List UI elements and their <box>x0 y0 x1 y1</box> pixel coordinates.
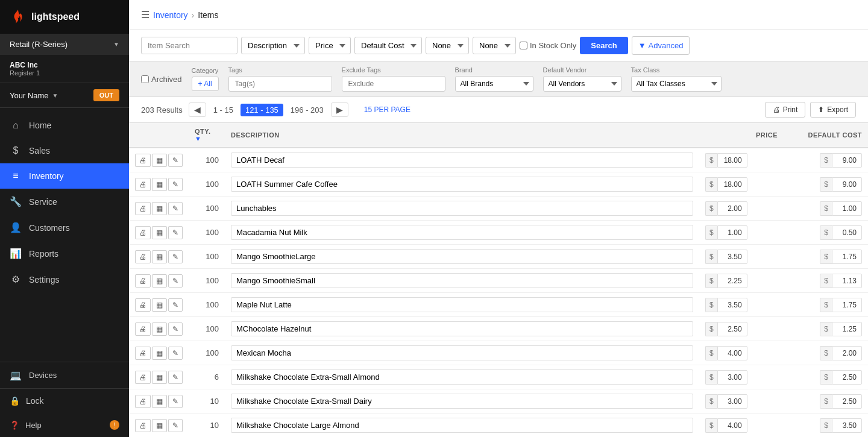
sidebar-item-reports[interactable]: 📊 Reports <box>0 241 129 266</box>
row-edit-btn-0[interactable]: ✎ <box>168 154 183 167</box>
page-1-15[interactable]: 1 - 15 <box>209 104 238 116</box>
row-desc-input-6[interactable] <box>231 297 693 312</box>
row-barcode-btn-0[interactable]: ▦ <box>152 154 167 167</box>
sidebar-item-home[interactable]: ⌂ Home <box>0 113 129 138</box>
store-selector[interactable]: Retail (R-Series) ▼ <box>0 34 129 55</box>
sidebar-item-inventory[interactable]: ≡ Inventory <box>0 163 129 189</box>
row-qty-4: 100 <box>189 245 225 269</box>
per-page-label[interactable]: 15 PER PAGE <box>364 105 410 114</box>
row-edit-btn-11[interactable]: ✎ <box>168 419 183 432</box>
topbar: ☰ Inventory › Items <box>129 0 868 30</box>
row-desc-input-1[interactable] <box>231 177 693 192</box>
sidebar-item-settings[interactable]: ⚙ Settings <box>0 266 129 292</box>
row-desc-input-7[interactable] <box>231 321 693 336</box>
help-item[interactable]: ❓ Help ! <box>0 413 129 437</box>
col-header-qty[interactable]: QTY. ▼ <box>189 123 225 148</box>
row-print-btn-6[interactable]: 🖨 <box>135 298 151 312</box>
vendor-label: Default Vendor <box>543 66 621 74</box>
row-desc-input-10[interactable] <box>231 394 693 409</box>
sidebar-item-service[interactable]: 🔧 Service <box>0 189 129 215</box>
row-price-3: $ 1.00 <box>699 221 784 245</box>
item-search-input[interactable] <box>141 37 237 54</box>
row-print-btn-0[interactable]: 🖨 <box>135 154 151 167</box>
advanced-button[interactable]: ▼ Advanced <box>632 36 690 55</box>
row-print-btn-10[interactable]: 🖨 <box>135 395 151 408</box>
row-edit-btn-5[interactable]: ✎ <box>168 274 183 288</box>
row-barcode-btn-6[interactable]: ▦ <box>152 298 167 312</box>
page-121-135[interactable]: 121 - 135 <box>241 104 283 116</box>
none2-select[interactable]: None <box>473 37 516 54</box>
out-button[interactable]: OUT <box>93 89 119 101</box>
search-button[interactable]: Search <box>580 37 627 54</box>
row-qty-7: 100 <box>189 317 225 341</box>
row-print-btn-5[interactable]: 🖨 <box>135 274 151 288</box>
row-print-btn-4[interactable]: 🖨 <box>135 250 151 263</box>
prev-page-button[interactable]: ◀ <box>189 102 206 117</box>
price-select[interactable]: Price <box>309 37 351 54</box>
row-edit-btn-10[interactable]: ✎ <box>168 395 183 408</box>
lock-button[interactable]: 🔒 Lock <box>0 388 129 413</box>
row-barcode-btn-10[interactable]: ▦ <box>152 395 167 408</box>
settings-icon: ⚙ <box>10 274 22 285</box>
row-print-btn-9[interactable]: 🖨 <box>135 371 151 384</box>
row-print-btn-7[interactable]: 🖨 <box>135 322 151 336</box>
page-196-203[interactable]: 196 - 203 <box>286 104 329 116</box>
sidebar-item-customers[interactable]: 👤 Customers <box>0 215 129 241</box>
row-price-6: $ 3.50 <box>699 293 784 317</box>
print-button[interactable]: 🖨 Print <box>765 102 806 118</box>
tax-class-select[interactable]: All Tax Classes <box>631 76 722 92</box>
tags-input[interactable] <box>228 76 332 92</box>
row-desc-input-8[interactable] <box>231 345 693 360</box>
row-print-btn-3[interactable]: 🖨 <box>135 226 151 239</box>
none1-select[interactable]: None <box>426 37 469 54</box>
row-desc-input-11[interactable] <box>231 418 693 433</box>
row-barcode-btn-1[interactable]: ▦ <box>152 178 167 191</box>
row-desc-input-9[interactable] <box>231 369 693 385</box>
lightspeed-logo-icon <box>10 8 27 25</box>
row-desc-input-5[interactable] <box>231 273 693 288</box>
row-barcode-btn-4[interactable]: ▦ <box>152 250 167 263</box>
vendor-select[interactable]: All Vendors <box>543 76 621 92</box>
brand-select[interactable]: All Brands <box>455 76 533 92</box>
row-barcode-btn-2[interactable]: ▦ <box>152 202 167 215</box>
row-desc-input-0[interactable] <box>231 152 693 168</box>
user-name-button[interactable]: Your Name ▼ <box>10 91 58 100</box>
next-page-button[interactable]: ▶ <box>331 102 348 117</box>
exclude-tags-input[interactable] <box>342 76 445 92</box>
description-select[interactable]: Description <box>241 37 305 54</box>
row-edit-btn-1[interactable]: ✎ <box>168 178 183 191</box>
row-desc-2 <box>225 196 699 221</box>
breadcrumb-root[interactable]: Inventory <box>153 10 188 20</box>
category-all-button[interactable]: + All <box>192 77 219 91</box>
row-edit-btn-8[interactable]: ✎ <box>168 347 183 360</box>
row-desc-input-4[interactable] <box>231 249 693 264</box>
row-print-btn-2[interactable]: 🖨 <box>135 202 151 215</box>
row-edit-btn-3[interactable]: ✎ <box>168 226 183 239</box>
row-edit-btn-7[interactable]: ✎ <box>168 322 183 336</box>
row-desc-input-2[interactable] <box>231 201 693 216</box>
row-barcode-btn-9[interactable]: ▦ <box>152 371 167 384</box>
sidebar-item-devices[interactable]: 💻 Devices <box>0 362 129 388</box>
row-edit-btn-4[interactable]: ✎ <box>168 250 183 263</box>
archived-checkbox[interactable] <box>141 75 149 83</box>
row-edit-btn-6[interactable]: ✎ <box>168 298 183 312</box>
row-edit-btn-9[interactable]: ✎ <box>168 371 183 384</box>
row-barcode-btn-8[interactable]: ▦ <box>152 347 167 360</box>
row-barcode-btn-11[interactable]: ▦ <box>152 419 167 432</box>
cost-value-5: 1.13 <box>832 274 862 288</box>
cost-value-1: 9.00 <box>832 177 862 192</box>
row-barcode-btn-5[interactable]: ▦ <box>152 274 167 288</box>
default-cost-select[interactable]: Default Cost <box>354 37 422 54</box>
sidebar-item-sales[interactable]: $ Sales <box>0 138 129 163</box>
row-barcode-btn-3[interactable]: ▦ <box>152 226 167 239</box>
row-print-btn-8[interactable]: 🖨 <box>135 347 151 360</box>
cost-dollar-sign-5: $ <box>820 274 832 288</box>
export-button[interactable]: ⬆ Export <box>810 102 856 118</box>
price-value-7: 2.50 <box>717 322 747 336</box>
row-barcode-btn-7[interactable]: ▦ <box>152 322 167 336</box>
row-edit-btn-2[interactable]: ✎ <box>168 202 183 215</box>
row-print-btn-11[interactable]: 🖨 <box>135 419 151 432</box>
in-stock-checkbox[interactable] <box>520 42 527 49</box>
row-print-btn-1[interactable]: 🖨 <box>135 178 151 191</box>
row-desc-input-3[interactable] <box>231 225 693 240</box>
